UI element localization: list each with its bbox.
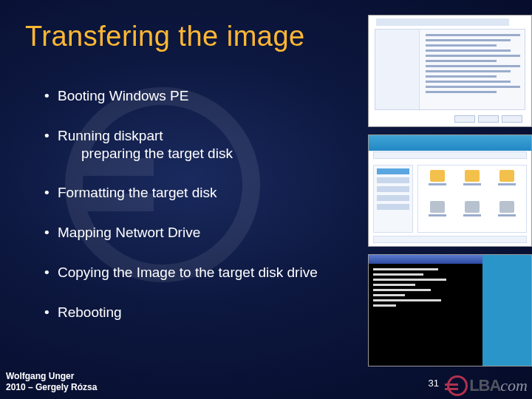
footer-credits: Wolfgang Unger 2010 – Gergely Rózsa	[6, 371, 97, 393]
bullet-subtext: preparing the target disk	[58, 145, 325, 163]
winpe-setup-screenshot	[368, 15, 532, 127]
explorer-window-screenshot	[368, 134, 532, 247]
slide-title: Transfering the image	[25, 21, 305, 52]
logo-text-lba: LBA	[469, 376, 500, 395]
bullet-item: Mapping Networt Drive	[44, 224, 325, 242]
bullet-text: Mapping Networt Drive	[58, 225, 200, 240]
lba-logo: LBA com	[447, 375, 528, 396]
command-prompt-screenshot	[368, 254, 532, 366]
logo-text-com: com	[500, 376, 528, 395]
footer-line2: 2010 – Gergely Rózsa	[6, 382, 97, 393]
bullet-item: Formatting the target disk	[44, 184, 325, 202]
bullet-list: Booting Windows PE Running diskpartprepa…	[44, 87, 325, 343]
bullet-item: Running diskpartpreparing the target dis…	[44, 127, 325, 163]
thumbnail-column	[368, 15, 532, 366]
footer-line1: Wolfgang Unger	[6, 371, 97, 382]
bullet-item: Rebooting	[44, 304, 325, 321]
bullet-text: Formatting the target disk	[58, 185, 216, 200]
bullet-text: Copying the Image to the target disk dri…	[58, 265, 318, 280]
bullet-item: Booting Windows PE	[44, 87, 325, 105]
page-number: 31	[429, 378, 439, 389]
bullet-item: Copying the Image to the target disk dri…	[44, 264, 325, 282]
bullet-text: Rebooting	[58, 304, 122, 320]
bullet-text: Running diskpart	[58, 128, 163, 143]
euro-icon	[447, 375, 468, 396]
bullet-text: Booting Windows PE	[58, 88, 188, 103]
